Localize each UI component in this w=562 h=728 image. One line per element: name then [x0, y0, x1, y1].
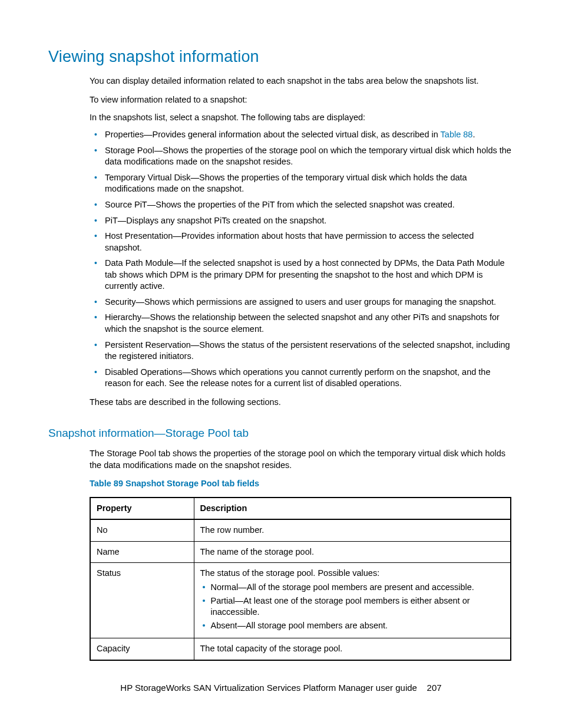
text: The status of the storage pool. Possible… [200, 568, 380, 578]
cell-description: The row number. [194, 519, 511, 541]
page-footer: HP StorageWorks SAN Virtualization Servi… [0, 682, 562, 694]
text: Properties—Provides general information … [105, 130, 441, 139]
footer-title: HP StorageWorks SAN Virtualization Servi… [120, 683, 417, 693]
table-header-row: Property Description [90, 498, 511, 520]
list-item: Partial—At least one of the storage pool… [200, 595, 505, 618]
list-item: Persistent Reservation—Shows the status … [90, 340, 511, 363]
tabs-list: Properties—Provides general information … [90, 129, 511, 390]
list-item: Absent—All storage pool members are abse… [200, 620, 505, 632]
cell-property: Capacity [90, 638, 194, 660]
table-row: No The row number. [90, 519, 511, 541]
status-values-list: Normal—All of the storage pool members a… [200, 582, 505, 631]
paragraph-intro-3: In the snapshots list, select a snapshot… [90, 112, 511, 124]
cell-property: No [90, 519, 194, 541]
table-row: Status The status of the storage pool. P… [90, 563, 511, 638]
table-row: Name The name of the storage pool. [90, 541, 511, 563]
list-item: Source PiT—Shows the properties of the P… [90, 199, 511, 211]
paragraph-outro: These tabs are described in the followin… [90, 397, 511, 409]
paragraph-intro-1: You can display detailed information rel… [90, 75, 511, 87]
cell-property: Name [90, 541, 194, 563]
paragraph-intro-2: To view information related to a snapsho… [90, 94, 511, 106]
list-item: PiT—Displays any snapshot PiTs created o… [90, 215, 511, 227]
col-description: Description [194, 498, 511, 520]
list-item: Data Path Module—If the selected snapsho… [90, 258, 511, 292]
list-item: Security—Shows which permissions are ass… [90, 297, 511, 308]
table-caption-89: Table 89 Snapshot Storage Pool tab field… [90, 478, 511, 490]
list-item: Hierarchy—Shows the relationship between… [90, 312, 511, 335]
list-item: Disabled Operations—Shows which operatio… [90, 367, 511, 390]
cell-description: The status of the storage pool. Possible… [194, 563, 511, 638]
list-item: Normal—All of the storage pool members a… [200, 582, 505, 594]
col-property: Property [90, 498, 194, 520]
paragraph-sp-intro: The Storage Pool tab shows the propertie… [90, 448, 511, 471]
text: . [472, 130, 475, 139]
list-item: Storage Pool—Shows the properties of the… [90, 145, 511, 168]
list-item: Temporary Virtual Disk—Shows the propert… [90, 172, 511, 195]
footer-page-number: 207 [427, 683, 442, 693]
table-snapshot-storage-pool: Property Description No The row number. … [90, 497, 511, 661]
table-row: Capacity The total capacity of the stora… [90, 638, 511, 660]
cell-property: Status [90, 563, 194, 638]
heading-viewing-snapshot-info: Viewing snapshot information [48, 46, 511, 67]
heading-storage-pool-tab: Snapshot information—Storage Pool tab [48, 426, 511, 441]
list-item: Host Presentation—Provides information a… [90, 230, 511, 253]
link-table-88[interactable]: Table 88 [441, 130, 473, 139]
list-item: Properties—Provides general information … [90, 129, 511, 141]
cell-description: The total capacity of the storage pool. [194, 638, 511, 660]
cell-description: The name of the storage pool. [194, 541, 511, 563]
